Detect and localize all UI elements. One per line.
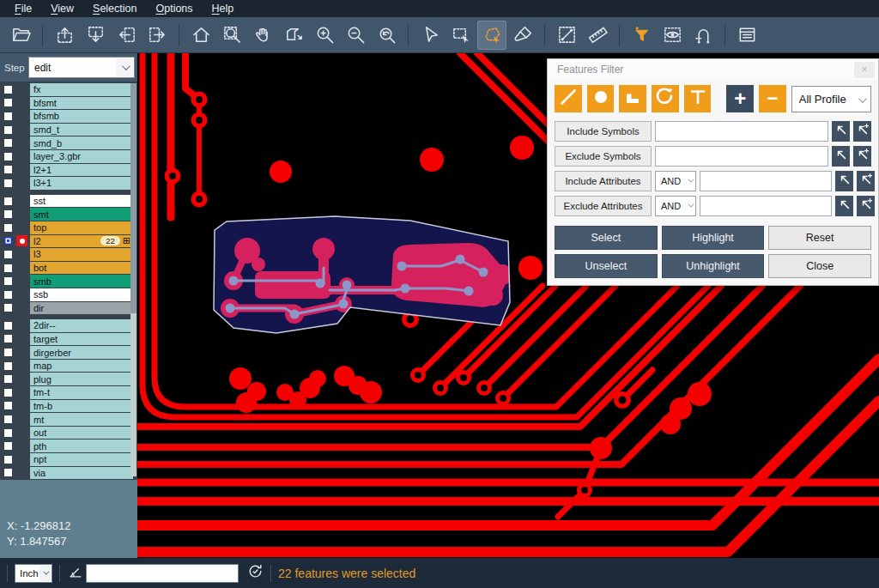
zoom-in-button[interactable] xyxy=(310,21,339,50)
unhighlight-button[interactable]: Unhighlight xyxy=(662,254,765,278)
layer-checkbox-via[interactable] xyxy=(3,468,13,477)
show-selection-button[interactable] xyxy=(658,21,687,50)
layer-cell-out[interactable]: out xyxy=(30,427,133,439)
close-button[interactable]: Close xyxy=(768,254,871,278)
layer-cell-layer_3.gbr[interactable]: layer_3.gbr xyxy=(30,150,133,163)
layer-cell-mt[interactable]: mt xyxy=(30,413,133,426)
close-icon[interactable]: × xyxy=(854,62,875,78)
layer-checkbox-dir[interactable] xyxy=(3,303,13,312)
rubber-route-button[interactable] xyxy=(688,21,718,50)
menu-options[interactable]: Options xyxy=(146,1,202,17)
menu-view[interactable]: View xyxy=(41,1,83,17)
layer-checkbox-target[interactable] xyxy=(3,334,13,343)
include-attributes-pick-button[interactable] xyxy=(835,171,853,191)
layer-cell-dir[interactable]: dir xyxy=(30,302,133,315)
layer-checkbox-bfsmt[interactable] xyxy=(3,98,13,107)
drag-view-button[interactable] xyxy=(279,21,308,50)
layer-cell-fx[interactable]: fx xyxy=(30,83,133,96)
exclude-symbols-button[interactable]: Exclude Symbols xyxy=(555,146,652,167)
layer-checkbox-l2[interactable] xyxy=(3,236,13,246)
layer-cell-tm-b[interactable]: tm-b xyxy=(30,400,133,413)
text-feature-filter-button[interactable] xyxy=(684,85,712,112)
layer-checkbox-smb[interactable] xyxy=(3,276,13,286)
pan-left-button[interactable] xyxy=(112,21,141,50)
layer-row-dir[interactable]: dir xyxy=(0,302,137,315)
remove-filter-button[interactable]: − xyxy=(759,85,786,112)
ruler-button[interactable] xyxy=(583,21,612,50)
layer-row-smb[interactable]: smb xyxy=(0,275,137,288)
layer-checkbox-l2+1[interactable] xyxy=(3,165,13,174)
include-attributes-operator-select[interactable]: AND xyxy=(655,171,696,191)
layer-checkbox-npt[interactable] xyxy=(3,455,13,464)
include-symbols-button[interactable]: Include Symbols xyxy=(555,121,652,142)
layer-checkbox-2dir--[interactable] xyxy=(3,321,13,330)
layer-checkbox-map[interactable] xyxy=(3,361,13,371)
layer-row-l2+1[interactable]: l2+1 xyxy=(0,164,137,177)
layer-checkbox-sst[interactable] xyxy=(3,197,13,206)
layer-row-target[interactable]: target xyxy=(0,333,137,346)
exclude-symbols-pick-button[interactable] xyxy=(832,146,850,167)
layer-checkbox-out[interactable] xyxy=(3,428,13,438)
layer-row-map[interactable]: map xyxy=(0,360,137,373)
layer-row-l3+1[interactable]: l3+1 xyxy=(0,177,137,190)
layer-checkbox-dirgerber[interactable] xyxy=(3,348,13,357)
zoom-area-button[interactable] xyxy=(217,21,246,50)
layer-cell-top[interactable]: top xyxy=(30,221,133,234)
layer-row-smd_b[interactable]: smd_b xyxy=(0,136,137,149)
pan-hand-button[interactable] xyxy=(248,21,277,50)
layer-cell-ssb[interactable]: ssb xyxy=(30,288,133,301)
layer-checkbox-l3[interactable] xyxy=(3,250,13,259)
measure-distance-button[interactable] xyxy=(552,21,581,50)
unselect-button[interactable]: Unselect xyxy=(555,254,658,278)
arc-feature-filter-button[interactable] xyxy=(652,85,679,112)
exclude-symbols-pick-add-button[interactable] xyxy=(853,146,871,167)
scrollbar-thumb[interactable] xyxy=(130,83,136,313)
layer-cell-plug[interactable]: plug xyxy=(30,373,133,385)
layer-cell-smt[interactable]: smt xyxy=(30,208,133,221)
layer-checkbox-pth[interactable] xyxy=(3,441,13,451)
layer-checkbox-tm-t[interactable] xyxy=(3,388,13,397)
layer-cell-map[interactable]: map xyxy=(30,360,133,373)
menu-selection[interactable]: Selection xyxy=(83,1,146,17)
polygon-select-button[interactable] xyxy=(477,21,506,50)
include-symbols-input[interactable] xyxy=(655,121,828,142)
active-layer-indicator[interactable] xyxy=(16,235,27,246)
layer-checkbox-smt[interactable] xyxy=(3,209,13,219)
menu-file[interactable]: File xyxy=(5,1,41,17)
include-attributes-pick-add-button[interactable] xyxy=(857,171,875,191)
profile-select[interactable]: All Profile xyxy=(791,86,871,112)
home-view-button[interactable] xyxy=(186,21,215,50)
reset-button[interactable]: Reset xyxy=(768,226,871,250)
exclude-attributes-operator-select[interactable]: AND xyxy=(655,196,696,216)
layer-row-l2[interactable]: l222⊞ xyxy=(0,235,137,248)
layer-row-mt[interactable]: mt xyxy=(0,413,137,426)
layer-grid-icon[interactable]: ⊞ xyxy=(123,236,130,246)
layer-row-tm-t[interactable]: tm-t xyxy=(0,386,137,399)
layer-row-pth[interactable]: pth xyxy=(0,439,137,452)
include-attributes-button[interactable]: Include Attributes xyxy=(555,171,652,191)
units-select[interactable]: Inch xyxy=(15,564,52,583)
layer-row-tm-b[interactable]: tm-b xyxy=(0,400,137,413)
exclude-attributes-button[interactable]: Exclude Attributes xyxy=(555,196,652,216)
layer-cell-target[interactable]: target xyxy=(30,333,133,346)
layer-cell-sst[interactable]: sst xyxy=(30,195,133,208)
layer-list-scrollbar[interactable] xyxy=(130,83,136,476)
layer-checkbox-bfsmb[interactable] xyxy=(3,112,13,121)
command-input[interactable] xyxy=(86,564,239,583)
layer-checkbox-plug[interactable] xyxy=(3,374,13,384)
layer-row-ssb[interactable]: ssb xyxy=(0,288,137,301)
layer-cell-l3+1[interactable]: l3+1 xyxy=(30,177,133,190)
surface-feature-filter-button[interactable] xyxy=(619,85,646,112)
rect-select-button[interactable] xyxy=(446,21,476,50)
layer-cell-bfsmt[interactable]: bfsmt xyxy=(30,97,133,110)
layer-cell-2dir--[interactable]: 2dir-- xyxy=(30,319,133,332)
pad-feature-filter-button[interactable] xyxy=(587,85,615,112)
layer-checkbox-mt[interactable] xyxy=(3,415,13,424)
layer-cell-bfsmb[interactable]: bfsmb xyxy=(30,110,133,123)
pointer-select-button[interactable] xyxy=(415,21,445,50)
layer-cell-smd_b[interactable]: smd_b xyxy=(30,136,133,149)
layer-checkbox-l3+1[interactable] xyxy=(3,179,13,188)
highlight-button[interactable]: Highlight xyxy=(662,226,765,250)
layer-checkbox-layer_3.gbr[interactable] xyxy=(3,152,13,161)
angle-mode-icon[interactable] xyxy=(67,563,84,584)
